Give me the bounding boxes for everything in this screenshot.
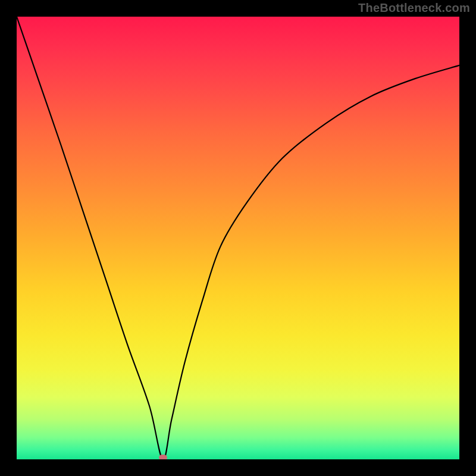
bottleneck-curve [17,17,459,459]
plot-area [17,17,459,459]
chart-frame: TheBottleneck.com [0,0,476,476]
minimum-marker [159,455,167,459]
watermark-text: TheBottleneck.com [358,1,470,15]
